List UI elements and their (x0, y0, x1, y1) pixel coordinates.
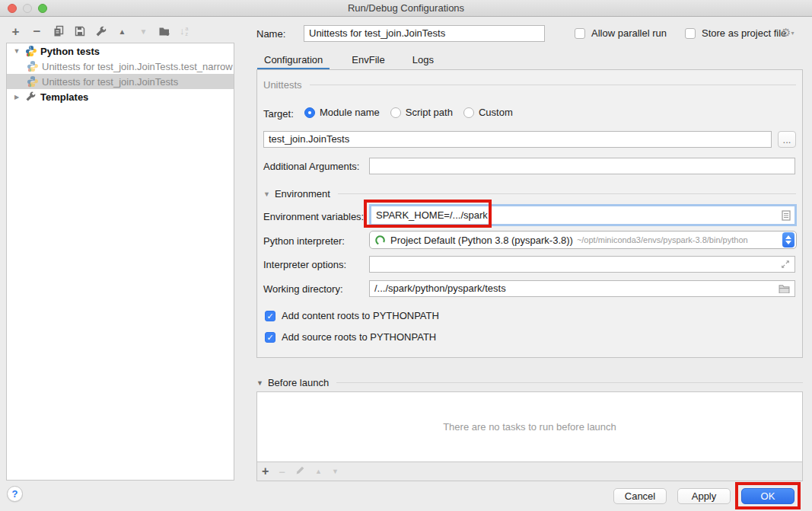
tree-item-label: Unittests for test_join.JoinTests (42, 76, 178, 88)
working-directory-input[interactable]: /.../spark/python/pyspark/tests (369, 280, 795, 297)
configuration-panel: Unittests Target: Module name Script pat… (256, 69, 803, 358)
folder-icon[interactable] (779, 284, 790, 293)
browse-variables-icon[interactable] (778, 210, 794, 221)
tree-item-label: Unittests for test_join.JoinTests.test_n… (42, 61, 233, 72)
environment-group-header[interactable]: ▼ Environment (263, 188, 796, 200)
target-label: Target: (263, 108, 294, 120)
before-launch-header[interactable]: ▼ Before launch (256, 377, 803, 388)
unittests-group-label: Unittests (263, 79, 302, 91)
checkbox-unchecked[interactable] (685, 28, 696, 39)
working-directory-label: Working directory: (263, 283, 343, 295)
python-interpreter-value: Project Default (Python 3.8 (pyspark-3.8… (390, 235, 573, 246)
chevron-down-icon[interactable]: ▼ (11, 47, 22, 55)
module-name-input[interactable]: test_join.JoinTests (263, 131, 772, 148)
python-interpreter-path: ~/opt/miniconda3/envs/pyspark-3.8/bin/py… (577, 235, 779, 244)
remove-configuration-icon[interactable]: − (30, 25, 43, 38)
tab-configuration[interactable]: Configuration (257, 50, 330, 70)
cancel-button[interactable]: Cancel (613, 488, 667, 504)
new-folder-icon[interactable] (158, 25, 171, 38)
browse-module-button[interactable]: ... (778, 131, 796, 148)
tab-bar: Configuration EnvFile Logs (257, 50, 441, 70)
window-title: Run/Debug Configurations (0, 2, 812, 14)
add-task-icon[interactable]: + (262, 465, 269, 478)
sort-alphabetically-icon[interactable]: ↓ az (180, 26, 188, 37)
help-button[interactable]: ? (7, 486, 23, 502)
tab-logs[interactable]: Logs (406, 50, 441, 70)
run-debug-configurations-dialog: Run/Debug Configurations + − ▲ ▼ ↓ az ▼ (0, 0, 812, 511)
configurations-tree: ▼ Python tests Unittests for test_join.J… (6, 43, 234, 481)
tree-item-label: Python tests (40, 46, 100, 57)
edit-templates-icon[interactable] (94, 25, 107, 38)
expand-field-icon[interactable] (781, 260, 790, 269)
store-as-project-file-label: Store as project file (702, 27, 786, 39)
tree-item-test-narrow[interactable]: Unittests for test_join.JoinTests.test_n… (7, 59, 234, 74)
gear-icon[interactable]: ⚙▾ (781, 26, 794, 40)
edit-task-icon[interactable] (295, 465, 305, 477)
radio-module-name-label: Module name (320, 107, 380, 118)
environment-variables-label: Environment variables: (263, 211, 364, 222)
radio-custom[interactable] (463, 107, 474, 118)
checkbox-checked[interactable]: ✓ (265, 311, 275, 321)
move-task-down-icon[interactable]: ▼ (332, 468, 339, 475)
title-bar: Run/Debug Configurations (0, 0, 812, 17)
templates-wrench-icon (25, 91, 37, 103)
collapse-triangle-icon[interactable]: ▼ (263, 190, 270, 198)
tree-item-label: Templates (40, 91, 88, 103)
python-interpreter-label: Python interpreter: (263, 235, 345, 247)
allow-parallel-run-label: Allow parallel run (591, 27, 667, 39)
name-label: Name: (256, 28, 285, 40)
apply-button[interactable]: Apply (677, 488, 731, 504)
radio-script-path[interactable] (390, 107, 401, 118)
python-test-icon (27, 60, 39, 72)
tree-item-templates[interactable]: ▶ Templates (7, 89, 234, 104)
before-launch-list: There are no tasks to run before launch … (256, 391, 803, 481)
collapse-triangle-icon[interactable]: ▼ (256, 379, 263, 387)
additional-arguments-input[interactable] (369, 158, 795, 174)
configurations-toolbar: + − ▲ ▼ ↓ az (9, 24, 188, 39)
move-up-icon[interactable]: ▲ (116, 25, 129, 38)
add-source-roots-label: Add source roots to PYTHONPATH (282, 331, 436, 343)
radio-custom-label: Custom (479, 107, 513, 118)
environment-variables-input[interactable]: SPARK_HOME=/.../spark (369, 204, 797, 226)
store-as-project-file-checkbox[interactable]: Store as project file (685, 27, 786, 39)
python-interpreter-select[interactable]: Project Default (Python 3.8 (pyspark-3.8… (369, 231, 797, 249)
move-task-up-icon[interactable]: ▲ (315, 468, 322, 475)
name-input[interactable]: Unittests for test_join.JoinTests (304, 25, 545, 42)
before-launch-label: Before launch (268, 377, 329, 388)
before-launch-empty-message: There are no tasks to run before launch (257, 392, 802, 462)
add-configuration-icon[interactable]: + (9, 25, 22, 38)
copy-configuration-icon[interactable] (52, 25, 65, 38)
checkbox-unchecked[interactable] (575, 28, 585, 39)
environment-group-label: Environment (275, 188, 330, 200)
add-source-roots-checkbox[interactable]: ✓ Add source roots to PYTHONPATH (265, 331, 436, 343)
radio-script-path-label: Script path (406, 107, 453, 118)
add-content-roots-label: Add content roots to PYTHONPATH (282, 310, 439, 321)
unittests-group-header: Unittests (263, 79, 796, 91)
remove-task-icon[interactable]: − (279, 465, 285, 478)
save-configuration-icon[interactable] (73, 25, 86, 38)
add-content-roots-checkbox[interactable]: ✓ Add content roots to PYTHONPATH (265, 310, 439, 321)
conda-environment-icon (374, 235, 386, 246)
tree-item-python-tests[interactable]: ▼ Python tests (7, 43, 234, 59)
python-tests-icon (25, 45, 37, 57)
chevron-right-icon[interactable]: ▶ (11, 94, 22, 101)
radio-module-name[interactable] (304, 107, 315, 118)
additional-arguments-label: Additional Arguments: (263, 161, 359, 172)
checkbox-checked[interactable]: ✓ (265, 332, 275, 343)
target-radio-group: Module name Script path Custom (304, 107, 513, 118)
python-test-icon (27, 75, 39, 88)
dropdown-stepper-icon[interactable] (782, 232, 794, 248)
before-launch-toolbar: + − ▲ ▼ (257, 462, 802, 481)
tree-item-jointests-selected[interactable]: Unittests for test_join.JoinTests (7, 74, 234, 89)
ok-button[interactable]: OK (741, 488, 794, 504)
interpreter-options-input[interactable] (369, 256, 795, 273)
move-down-icon[interactable]: ▼ (137, 25, 150, 38)
tab-envfile[interactable]: EnvFile (345, 50, 391, 70)
interpreter-options-label: Interpreter options: (263, 259, 346, 270)
allow-parallel-run-checkbox[interactable]: Allow parallel run (575, 27, 667, 39)
